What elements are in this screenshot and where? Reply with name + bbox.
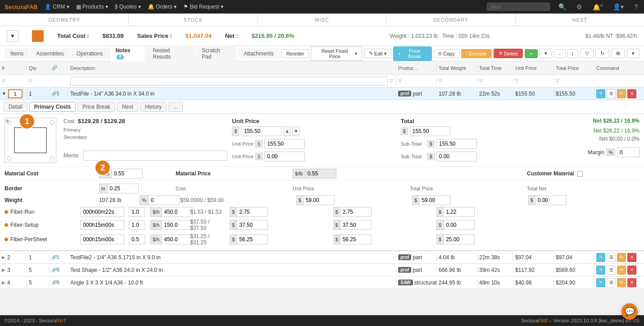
- tab-nested-results[interactable]: Nested Results: [147, 45, 195, 62]
- weight-up-input[interactable]: [303, 195, 335, 205]
- weight-tp-input[interactable]: [419, 195, 450, 205]
- geo-tab-geometry[interactable]: GEOMETRY: [0, 14, 129, 26]
- detail-tab-nest[interactable]: Nest: [117, 102, 138, 112]
- row4-expand-arrow[interactable]: ▶: [2, 280, 5, 285]
- tab-scratch-pad[interactable]: Scratch Pad: [196, 45, 237, 62]
- geo-tab-stock[interactable]: STOCK: [129, 14, 258, 26]
- row1-detail-icon[interactable]: ☰: [607, 89, 616, 98]
- row4-refresh-icon[interactable]: ↻: [617, 278, 626, 287]
- grid-button[interactable]: ⊞: [611, 49, 625, 58]
- subtotal2-input[interactable]: [436, 152, 477, 161]
- user-icon[interactable]: 👤▾: [611, 3, 626, 10]
- table-row-4[interactable]: ▶ 4 5 🔗0 Angle 3 X 3 X 1/4 A36 - 10.0 ft…: [0, 276, 644, 289]
- subtotal1-input[interactable]: [436, 139, 477, 149]
- filter-icon-desc[interactable]: ▽: [390, 78, 393, 83]
- geo-tab-misc[interactable]: MISC: [258, 14, 386, 26]
- notification-icon[interactable]: 🔔0: [591, 3, 604, 11]
- exclude-button[interactable]: ! Exclude: [461, 49, 491, 58]
- row3-refresh-icon[interactable]: ↻: [617, 266, 626, 275]
- nav-down-arrow[interactable]: ▼: [7, 30, 18, 42]
- primary-up-input[interactable]: [264, 139, 305, 149]
- tab-attachments[interactable]: Attachments: [238, 48, 280, 59]
- filter-icon-num[interactable]: ▽: [2, 78, 5, 83]
- customer-material-checkbox[interactable]: [577, 171, 583, 177]
- tab-assemblies[interactable]: Assemblies: [30, 48, 69, 59]
- nav-products[interactable]: ▦ Products ▾: [76, 4, 108, 10]
- reorder-button[interactable]: Reorder: [281, 49, 309, 58]
- refresh-button[interactable]: ↻: [595, 49, 609, 58]
- subtract-button[interactable]: -: [554, 49, 566, 58]
- settings-icon[interactable]: ⚙: [575, 3, 584, 10]
- secondary-up-input[interactable]: [264, 152, 305, 161]
- row1-expand-arrow[interactable]: ▼: [2, 91, 6, 96]
- fiber-run-tn-input[interactable]: [443, 207, 475, 217]
- fiber-setup-rate-input[interactable]: [161, 220, 193, 230]
- geo-tab-secondary[interactable]: SECONDARY: [387, 14, 516, 26]
- delete-button[interactable]: ✕ Delete: [494, 49, 523, 58]
- row3-detail-icon[interactable]: ☰: [607, 266, 616, 275]
- price-down-arrow[interactable]: ▼: [292, 126, 299, 136]
- fiber-persheet-time-input[interactable]: [80, 234, 124, 244]
- fiber-run-tp-input[interactable]: [340, 207, 372, 217]
- row4-detail-icon[interactable]: ☰: [607, 278, 616, 287]
- fiber-setup-tp-input[interactable]: [340, 220, 372, 230]
- help-icon[interactable]: ?: [632, 3, 639, 10]
- price-break-button[interactable]: + Price Break: [393, 46, 432, 61]
- unit-price-input[interactable]: [241, 126, 281, 136]
- fiber-run-up-input[interactable]: [236, 207, 268, 217]
- row2-edit-icon[interactable]: ✎: [596, 253, 605, 262]
- filter-icon-tp[interactable]: ▽: [556, 78, 559, 83]
- price-up-arrow[interactable]: ▲: [283, 126, 290, 136]
- fiber-run-rate-input[interactable]: [161, 207, 193, 217]
- total-input[interactable]: [410, 126, 450, 136]
- tab-operations[interactable]: Operations: [71, 48, 109, 59]
- fiber-persheet-tp-input[interactable]: [340, 234, 372, 244]
- row2-delete-icon[interactable]: ✕: [627, 253, 636, 262]
- filter-icon-tt[interactable]: ▽: [479, 78, 483, 83]
- weight-pct-input[interactable]: [148, 195, 180, 205]
- fiber-setup-qty-input[interactable]: [129, 220, 145, 230]
- help-search[interactable]: [487, 3, 550, 11]
- fiber-persheet-tn-input[interactable]: [443, 234, 475, 244]
- nav-quotes[interactable]: $ Quotes ▾: [115, 4, 141, 10]
- row2-detail-icon[interactable]: ☰: [607, 253, 616, 262]
- edit-button[interactable]: ✎ Edit ▾: [364, 49, 391, 58]
- filter-icon-tw[interactable]: ▽: [439, 78, 442, 83]
- row1-num-input[interactable]: [8, 89, 23, 98]
- fiber-run-time-input[interactable]: [80, 207, 124, 217]
- row1-refresh-icon[interactable]: ↻: [617, 89, 626, 98]
- detail-tab-primary-costs[interactable]: Primary Costs: [29, 102, 76, 112]
- filter-icon-prod[interactable]: ▽: [398, 78, 402, 83]
- filter-icon-qty[interactable]: ▽: [29, 78, 32, 83]
- fiber-setup-tn-input[interactable]: [443, 220, 475, 230]
- row3-delete-icon[interactable]: ✕: [627, 266, 636, 275]
- row1-delete-icon[interactable]: ✕: [627, 89, 636, 98]
- row3-edit-icon[interactable]: ✎: [596, 266, 605, 275]
- margin-input[interactable]: [617, 147, 639, 157]
- tab-items[interactable]: Items: [5, 48, 29, 59]
- nav-crm[interactable]: 👤 CRM ▾: [45, 4, 69, 10]
- detail-tab-detail[interactable]: Detail: [4, 102, 27, 112]
- detail-tab-history[interactable]: History: [140, 102, 167, 112]
- filter-icon-up[interactable]: ▽: [515, 78, 519, 83]
- table-row-1[interactable]: ▼ 1 🔗1 TestFile - 1/4" A36 34.0 in X 34.…: [0, 87, 644, 100]
- detail-tab-more[interactable]: ...: [168, 102, 183, 112]
- weight-tn-input[interactable]: [535, 195, 567, 205]
- add-dropdown-button[interactable]: ▾: [540, 49, 552, 58]
- tab-notes[interactable]: Notes 0: [109, 45, 146, 62]
- fiber-persheet-rate-input[interactable]: [161, 234, 193, 244]
- detail-tab-price-break[interactable]: Price Break: [77, 102, 115, 112]
- fiber-run-qty-input[interactable]: [129, 207, 145, 217]
- nav-bid-request[interactable]: ⚑ Bid Request ▾: [183, 4, 223, 10]
- add-button[interactable]: +: [525, 49, 537, 58]
- table-row-3[interactable]: ▶ 3 5 🔗0 Test Shape - 1/2" A36 24.0 in X…: [0, 264, 644, 276]
- row4-edit-icon[interactable]: ✎: [596, 278, 605, 287]
- filter-button[interactable]: ▽: [580, 49, 594, 58]
- nav-orders[interactable]: 🔔 Orders ▾: [148, 4, 177, 10]
- mat-price-input[interactable]: [305, 169, 336, 179]
- fiber-setup-up-input[interactable]: [236, 220, 268, 230]
- search-icon[interactable]: 🔍: [557, 3, 568, 10]
- info-button[interactable]: i: [567, 49, 578, 58]
- geo-tab-nest[interactable]: NEST: [516, 14, 644, 26]
- row2-expand-arrow[interactable]: ▶: [2, 255, 5, 260]
